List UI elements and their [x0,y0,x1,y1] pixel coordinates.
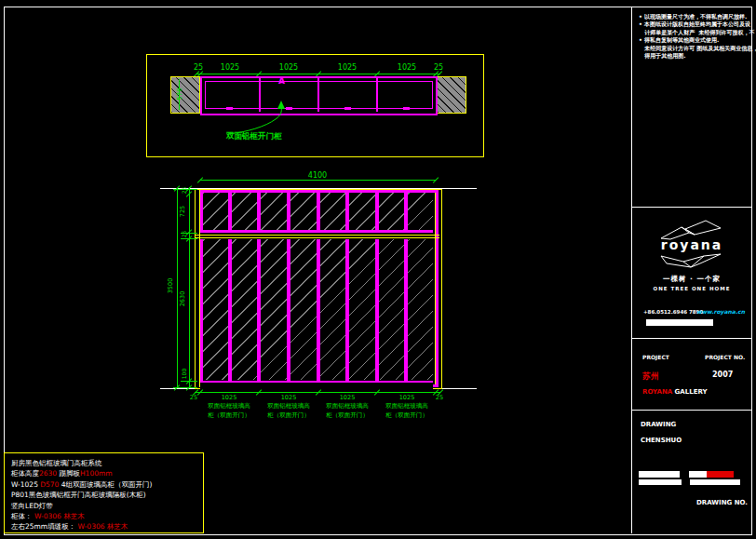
note-line-6: 柜体： W-0306 林芝木 [11,511,203,521]
mullion [345,190,349,382]
bay-label-line1: 双面铝框玻璃高 [326,402,369,410]
plan-wall-right [437,76,466,114]
plan-dim-1025-2: 1025 [276,63,302,72]
note-line-3: W-1025 D570 4组双面玻璃高柜（双面开门) [11,479,203,490]
elev-top-dim-line [200,180,436,181]
project-no-value: 2007 [712,371,733,379]
disclaimer-line: • 以现场测量尺寸为准，不得私自调尺放样. [639,13,749,20]
disclaimer-line: 得用于其他用图. [639,52,749,60]
disclaimer-line: • 得私自复制等其他商业式使用. [639,36,749,44]
note-line-1: 厨房黑色铝框玻璃门高柜系统 [11,458,203,468]
info-bar-red [707,471,734,478]
plan-divider [376,76,378,112]
note-line-7: 左右25mm填缝板： W-0306 林芝木 [11,521,203,532]
elev-mid-rail-yellow2 [196,237,439,238]
elev-bdim-25-left: 25 [184,394,203,401]
plan-door-tab [344,107,351,110]
mullion [404,190,408,382]
plan-depth-dim: 570 [176,80,183,108]
info-bar [690,479,740,485]
elev-mid-rail-magenta [200,230,433,233]
elev-bdim-1025-1: 1025 [216,394,242,401]
cad-sheet: 25 1025 1025 1025 1025 25 570 A 双面铝框开门柜 … [0,0,756,539]
bay-label: 双面铝框玻璃高 柜（双面开门） [196,401,262,420]
info-bar [639,479,682,485]
project-label: PROJECT [642,354,669,361]
elev-kick [200,381,433,389]
elev-bdim-1025-3: 1025 [334,394,360,401]
disclaimer-line: 计师单是某个人财产 未经得到许可授权，不 [639,29,749,36]
ext-line [181,238,197,239]
elev-top-dim: 4100 [299,171,336,180]
gallery-brand: ROYANA [642,388,672,396]
logo-slogan-en: ONE TREE ONE HOME [632,286,751,291]
plan-wall-left [170,76,200,114]
elev-bdim-25-right: 25 [430,394,449,401]
gallery-suffix: GALLERY [672,388,707,396]
elev-mid-rail-yellow1 [196,235,439,236]
bay-label: 双面铝框玻璃高 柜（双面开门） [374,401,439,420]
ext-line [173,189,197,190]
titleblock-divider [632,338,751,339]
disclaimer-line: • 本图纸设计版权自始至终均属于本公司及设 [639,20,749,28]
plan-callout-label: 双面铝框开门柜 [226,131,282,142]
project-no-label: PROJECT NO. [705,354,745,361]
plan-door-tab [403,107,410,110]
mullion [287,190,290,382]
elev-overall-dim: 3500 [167,272,174,300]
elev-bdim-1025-4: 1025 [394,394,420,401]
elev-overall-dim-line [177,188,178,388]
bay-label: 双面铝框玻璃高 柜（双面开门） [256,401,321,420]
royana-logo-text: royana [632,237,751,252]
note-line-4: P801黑色玻璃铝框开门高柜玻璃隔板(木柜) [11,490,203,500]
royana-logo-bottom-icon [659,252,722,269]
drawing-no-label: DRAWING NO. [696,499,748,506]
note-line-2: 柜体高度2630 踢脚板H100mm [11,468,203,478]
elev-dim-2630: 2630 [179,285,186,313]
info-bar [689,471,707,478]
mullion [228,190,232,382]
mullion [317,190,320,382]
plan-dim-25-right: 25 [425,63,452,72]
plan-dim-1025-4: 1025 [394,63,420,72]
elev-dim-25-mid: 25 [181,221,187,249]
titleblock-divider [632,207,751,208]
plan-dim-1025-3: 1025 [334,63,360,72]
disclaimer-notes: • 以现场测量尺寸为准，不得私自调尺放样. • 本图纸设计版权自始至终均属于本公… [639,13,749,60]
info-bar [639,471,680,478]
plan-dim-1025-1: 1025 [217,63,243,72]
mullion [257,190,261,382]
website-link[interactable]: www.royana.cn [696,308,745,315]
drawing-label: DRAWING [641,421,676,428]
phone-number: +86.0512.6946 7890 [643,309,703,315]
ext-line [181,381,197,382]
spec-notes-box: 厨房黑色铝框玻璃门高柜系统 柜体高度2630 踢脚板H100mm W-1025 … [4,452,204,533]
elev-dim-100: 100 [181,360,187,388]
titleblock-divider [632,410,751,411]
elev-bdim-1025-2: 1025 [276,394,302,401]
plan-divider [317,76,319,112]
bay-label: 双面铝框玻璃高 柜（双面开门） [315,401,380,420]
project-gallery: ROYANA GALLERY [642,388,708,396]
ext-line [181,233,197,234]
note-line-5: 竖向LED灯带 [11,501,203,511]
ext-line [173,387,197,388]
info-bar [646,319,713,326]
drawing-value: CHENSHUO [641,437,682,444]
bay-label-line1: 双面铝框玻璃高 [385,402,428,410]
logo-slogan-cn: 一棵树 · 一个家 [632,275,751,284]
bay-label-line2: 柜（双面开门） [208,411,250,419]
bay-label-line2: 柜（双面开门） [267,411,310,419]
bay-label-line2: 柜（双面开门） [385,411,428,419]
elev-left-dim-line [189,187,190,387]
mullion [375,190,379,382]
bay-label-line2: 柜（双面开门） [326,411,369,419]
plan-section-marker: A [278,76,285,86]
disclaimer-line: 未经同意设计方许可 图纸及其相关商业信息，不 [639,45,749,52]
project-value: 苏州 [642,371,659,383]
bay-label-line1: 双面铝框玻璃高 [208,402,250,410]
bay-label-line1: 双面铝框玻璃高 [267,402,310,410]
titleblock-separator [631,7,632,533]
